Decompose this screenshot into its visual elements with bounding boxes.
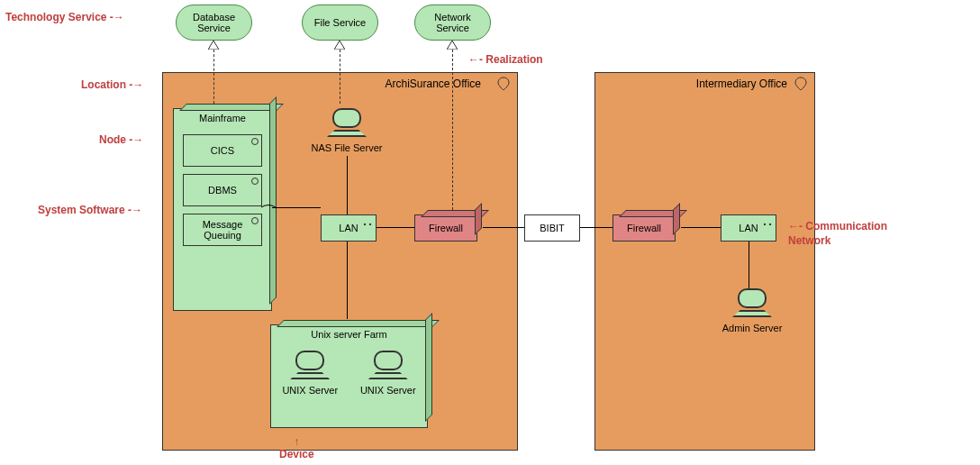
device-icon (327, 108, 367, 137)
device-label: UNIX Server (282, 385, 338, 396)
device-nas: NAS File Server (311, 108, 383, 153)
annotation-system-software: System Software -→ (38, 204, 142, 216)
connector-line (377, 227, 414, 228)
location-icon (794, 77, 807, 94)
realization-line (452, 50, 453, 210)
device-unix-2: UNIX Server (357, 351, 420, 396)
realization-line (213, 50, 214, 104)
node-mainframe: Mainframe CICS DBMS Message Queuing (173, 108, 272, 311)
location-intermediary: Intermediary Office (594, 72, 815, 451)
dashed-arrow-icon: -→ (129, 133, 143, 146)
system-software-mq: Message Queuing (183, 214, 262, 246)
firewall-right: Firewall (612, 214, 676, 242)
curve-line (261, 203, 276, 212)
connector-line (749, 242, 749, 288)
lan-label: LAN (339, 223, 358, 233)
connector-line (272, 207, 321, 208)
dashed-arrow-up-icon: ↑ (279, 435, 314, 448)
firewall-label: Firewall (627, 223, 661, 233)
bibit-label: BIBIT (540, 223, 565, 233)
circle-icon (251, 217, 259, 224)
dashed-arrow-icon: ←- (788, 220, 805, 232)
annotation-device: ↑ Device (279, 448, 314, 460)
circle-icon (251, 138, 259, 145)
firewall-label: Firewall (429, 223, 463, 233)
device-admin: Admin Server (716, 288, 788, 333)
dashed-arrow-icon: ←- (468, 53, 485, 66)
software-label: DBMS (208, 185, 237, 196)
annotation-location: Location -→ (81, 78, 143, 91)
location-icon (497, 77, 510, 94)
network-lan-right: LAN ⬩⬩ (721, 214, 776, 242)
triangle-icon (208, 41, 219, 50)
system-software-cics: CICS (183, 134, 262, 167)
device-label: UNIX Server (360, 385, 416, 396)
annotation-node: Node -→ (99, 133, 143, 146)
network-lan-left: LAN ⬩⬩ (321, 214, 377, 242)
service-label: Database Service (180, 12, 248, 33)
triangle-icon (334, 41, 345, 50)
device-unix-1: UNIX Server (278, 351, 341, 396)
connector-line (681, 227, 721, 228)
device-icon (368, 351, 408, 379)
annotation-realization: ←- Realization (468, 53, 543, 66)
network-icon: ⬩⬩ (362, 218, 373, 228)
connector-line (483, 227, 524, 228)
software-label: Message Queuing (184, 219, 261, 241)
software-label: CICS (211, 145, 234, 156)
dashed-arrow-icon: -→ (129, 78, 143, 91)
triangle-icon (447, 41, 458, 50)
annotation-technology-service: Technology Service -→ (5, 11, 124, 23)
technology-service-network: Network Service (414, 5, 491, 41)
connector-line (347, 156, 348, 214)
device-label: Admin Server (722, 323, 783, 333)
node-unix-farm: Unix server Farm UNIX Server UNIX Server (270, 324, 428, 428)
technology-service-database: Database Service (176, 5, 252, 41)
network-icon: ⬩⬩ (762, 218, 773, 228)
device-icon (732, 288, 772, 317)
service-label: File Service (314, 17, 366, 28)
realization-line (340, 50, 340, 104)
circle-icon (251, 178, 259, 185)
service-label: Network Service (419, 12, 486, 33)
dashed-arrow-icon: -→ (110, 11, 124, 23)
pin-icon (497, 77, 510, 91)
device-label: NAS File Server (312, 142, 383, 153)
connector-line (347, 242, 348, 319)
annotation-comm-network: ←- Communication Network (788, 220, 923, 248)
system-software-dbms: DBMS (183, 174, 262, 206)
lan-label: LAN (739, 223, 758, 233)
node-title: Unix server Farm (271, 325, 427, 343)
firewall-left: Firewall (414, 214, 477, 242)
location-label: Intermediary Office (696, 78, 787, 90)
location-label: ArchiSurance Office (386, 78, 482, 90)
technology-service-file: File Service (302, 5, 378, 41)
pin-icon (794, 77, 807, 91)
node-title: Mainframe (174, 109, 271, 127)
connector-line (580, 227, 612, 228)
dashed-arrow-icon: -→ (128, 204, 142, 216)
device-icon (290, 351, 330, 379)
network-bibit: BIBIT (524, 214, 580, 242)
